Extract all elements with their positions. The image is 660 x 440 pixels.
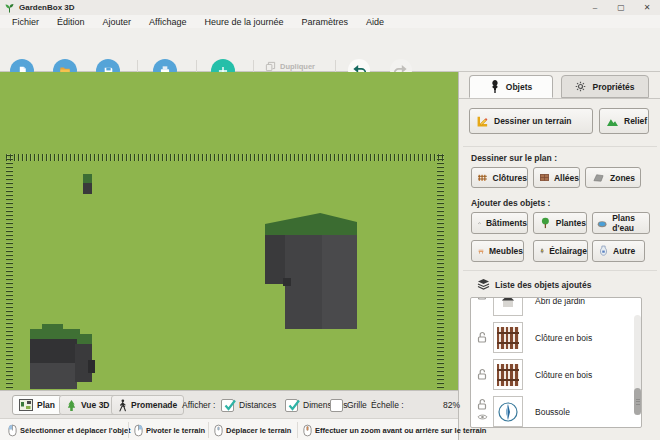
tree-3d-icon — [66, 399, 77, 412]
list-scrollbar[interactable] — [634, 315, 641, 415]
view-3d-button[interactable]: Vue 3D — [59, 395, 117, 415]
fence-thumbnail — [493, 359, 523, 390]
lighting-button[interactable]: Éclairage — [533, 240, 588, 262]
paths-button[interactable]: Allées — [533, 167, 580, 188]
menu-affichage[interactable]: Affichage — [140, 17, 195, 27]
list-item-label: Abri de jardin — [535, 297, 585, 319]
fences-label: Clôtures — [493, 173, 527, 183]
fences-button[interactable]: Clôtures — [471, 167, 528, 188]
plan-view-label: Plan — [37, 400, 55, 410]
gear-icon — [575, 81, 586, 92]
fence-thumbnail — [493, 322, 523, 353]
dimensions-checkbox[interactable] — [285, 399, 298, 412]
status-move-terrain: Déplacer le terrain — [226, 426, 291, 435]
scale-value: 82% — [443, 400, 460, 410]
furniture-label: Meubles — [489, 246, 523, 256]
plants-button[interactable]: Plantes — [533, 212, 587, 234]
distances-checkbox[interactable] — [221, 399, 234, 412]
lock-open-icon — [477, 297, 487, 300]
draw-terrain-label: Dessiner un terrain — [494, 116, 571, 126]
check-icon — [223, 398, 237, 412]
zones-label: Zones — [610, 173, 635, 183]
mouse-wheel-icon — [303, 424, 312, 437]
plan-view-icon — [19, 399, 33, 411]
tab-objets-label: Objets — [506, 82, 532, 92]
other-button[interactable]: Autre — [592, 240, 645, 262]
duplicate-button[interactable]: Dupliquer — [265, 61, 315, 72]
right-panel: Objets Propriétés Dessiner un terrain Re… — [458, 72, 660, 440]
menu-ajouter[interactable]: Ajouter — [94, 17, 141, 27]
duplicate-icon — [265, 61, 276, 72]
terrain-fence-right[interactable] — [437, 154, 444, 390]
garden-plan-canvas[interactable]: T N O E — [0, 72, 458, 390]
small-object-body[interactable] — [83, 183, 92, 194]
menu-parametres[interactable]: Paramètres — [293, 17, 358, 27]
buildings-button[interactable]: Bâtiments — [471, 212, 528, 234]
relief-mountain-icon — [606, 116, 619, 127]
layers-icon — [477, 278, 490, 290]
terrain-fence-left[interactable] — [6, 154, 13, 390]
walking-person-icon — [118, 399, 127, 412]
show-label: Afficher : — [182, 400, 215, 410]
tab-proprietes[interactable]: Propriétés — [561, 75, 649, 98]
list-scrollbar-thumb[interactable] — [634, 388, 641, 415]
small-object-roof[interactable] — [83, 174, 92, 183]
path-bricks-icon — [540, 172, 549, 183]
bench-icon — [478, 246, 484, 257]
water-button[interactable]: Plans d'eau — [592, 212, 650, 234]
mouse-right-icon — [134, 424, 143, 437]
plan-view-button[interactable]: Plan — [12, 395, 62, 415]
menu-edition[interactable]: Édition — [48, 17, 94, 27]
title-bar: GardenBox 3D – ▢ ✕ — [0, 0, 660, 15]
lighting-label: Éclairage — [549, 246, 587, 256]
app-window: GardenBox 3D – ▢ ✕ Fichier Édition Ajout… — [0, 0, 660, 440]
minimize-button[interactable]: – — [582, 0, 608, 15]
window-title: GardenBox 3D — [19, 3, 75, 12]
mouse-left-icon — [8, 424, 17, 437]
list-item-shed[interactable]: Abri de jardin — [471, 297, 641, 319]
terrain-fence-top[interactable] — [6, 154, 444, 161]
compass-thumbnail — [493, 396, 523, 427]
building-icon — [478, 218, 481, 229]
main-toolbar: Nouveau Ouvrir Enregistrer Imprimer Ajou… — [0, 28, 660, 72]
menu-heure[interactable]: Heure de la journée — [195, 17, 292, 27]
plant-icon — [540, 217, 551, 229]
close-button[interactable]: ✕ — [634, 0, 660, 15]
menu-aide[interactable]: Aide — [357, 17, 393, 27]
draw-terrain-button[interactable]: Dessiner un terrain — [469, 108, 593, 134]
lock-open-icon — [477, 368, 487, 380]
list-item-compass[interactable]: Boussole — [471, 393, 641, 428]
distances-label: Distances — [239, 400, 276, 410]
lock-open-icon — [477, 398, 487, 410]
shed-object[interactable] — [28, 322, 98, 390]
grid-label: Grille — [347, 400, 367, 410]
list-item-label: Boussole — [535, 393, 570, 428]
status-zoom-terrain: Effectuer un zoom avant ou arrière sur l… — [315, 426, 486, 435]
tab-objets[interactable]: Objets — [469, 75, 553, 98]
paths-label: Allées — [554, 173, 579, 183]
app-logo-icon — [4, 2, 15, 13]
view-3d-label: Vue 3D — [81, 400, 110, 410]
house-object[interactable] — [265, 213, 357, 329]
tab-proprietes-label: Propriétés — [592, 82, 634, 92]
walkthrough-button[interactable]: Promenade — [111, 395, 184, 415]
mouse-middle-icon — [214, 424, 223, 437]
maximize-button[interactable]: ▢ — [608, 0, 634, 15]
zones-button[interactable]: Zones — [585, 167, 641, 188]
list-item-fence-1[interactable]: Clôture en bois — [471, 319, 641, 356]
object-list-header: Liste des objets ajoutés — [495, 280, 591, 290]
menu-fichier[interactable]: Fichier — [3, 17, 48, 27]
relief-button[interactable]: Relief — [599, 108, 649, 134]
shed-body-bottom — [30, 363, 77, 389]
draw-on-plan-label: Dessiner sur le plan : — [471, 153, 557, 163]
grid-checkbox[interactable] — [330, 399, 343, 412]
status-select-move: Sélectionner et déplacer l'objet — [20, 426, 131, 435]
list-item-fence-2[interactable]: Clôture en bois — [471, 356, 641, 393]
furniture-button[interactable]: Meubles — [471, 240, 524, 262]
water-label: Plans d'eau — [612, 213, 649, 233]
other-label: Autre — [613, 246, 635, 256]
lock-open-icon — [477, 331, 487, 343]
fence-icon — [478, 172, 488, 183]
list-item-label: Clôture en bois — [535, 319, 592, 356]
check-icon — [287, 398, 301, 412]
